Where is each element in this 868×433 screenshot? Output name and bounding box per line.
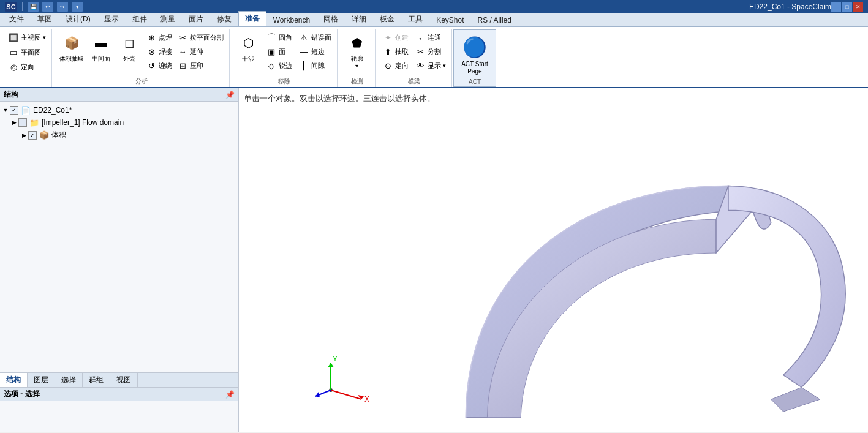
mid-surface-icon: ▬	[90, 32, 112, 54]
tab-repair[interactable]: 修复	[210, 12, 238, 26]
tab-structure[interactable]: 结构	[0, 373, 28, 387]
volume-extract-button[interactable]: 📦 体积抽取	[57, 31, 86, 64]
tab-mesh[interactable]: 网格	[317, 12, 345, 26]
options-pin-icon[interactable]: 📌	[225, 390, 235, 399]
tab-tools[interactable]: 工具	[401, 12, 429, 26]
weld-icon: ⊗	[146, 46, 157, 57]
tab-caogao[interactable]: 草图	[31, 12, 59, 26]
tab-layer[interactable]: 图层	[28, 373, 55, 387]
act-start-button[interactable]: 🔵 ACT StartPage	[458, 31, 492, 78]
main-view-icon: 🔲	[8, 32, 19, 43]
maximize-button[interactable]: □	[842, 2, 852, 12]
tree-toggle-root[interactable]: ▼	[1, 107, 10, 113]
ribbon-group-beam-content: ✦ 创建 ⬆ 抽取 ⊙ 定向 ⬩ 连通 ✂ 分割	[380, 31, 448, 77]
svg-line-1	[331, 390, 361, 399]
extend-label: 延伸	[190, 47, 203, 56]
error-face-button[interactable]: ⚠ 错误面	[296, 31, 333, 44]
tree-item-volume[interactable]: ▶ ✓ 📦 体积	[0, 129, 238, 141]
tree-item-impeller[interactable]: ▶ 📁 [Impeller_1] Flow domain	[0, 116, 238, 129]
show-button[interactable]: 👁 显示 ▾	[413, 59, 448, 72]
error-face-icon: ⚠	[298, 32, 309, 43]
app-icon: SC	[5, 2, 17, 12]
show-icon: 👁	[415, 60, 426, 71]
split-by-plane-label: 按平面分割	[190, 33, 224, 42]
extend-button[interactable]: ↔ 延伸	[175, 45, 225, 58]
tab-group[interactable]: 群组	[83, 373, 110, 387]
weld-button[interactable]: ⊗ 焊接	[144, 45, 174, 58]
fillet-button[interactable]: ⌒ 圆角	[264, 31, 294, 44]
tab-view[interactable]: 视图	[110, 373, 138, 387]
tree-label-impeller: [Impeller_1] Flow domain	[42, 118, 124, 127]
beam-split-button[interactable]: ✂ 分割	[413, 45, 448, 58]
tab-design[interactable]: 设计(D)	[59, 12, 97, 26]
connect-button[interactable]: ⬩ 连通	[413, 31, 448, 44]
tab-component[interactable]: 组件	[126, 12, 154, 26]
tab-sheetmetal[interactable]: 板金	[373, 12, 401, 26]
structure-panel: 结构 📌 ▼ ✓ 📄 ED22_Co1* ▶ 📁 [Impeller_1] Fl…	[0, 88, 238, 372]
tab-prepare[interactable]: 准备	[238, 11, 266, 26]
tab-workbench[interactable]: Workbench	[266, 13, 317, 26]
tab-measure[interactable]: 测量	[154, 12, 182, 26]
options-header-label: 选项 - 选择	[4, 389, 40, 399]
orient-label: 定向	[21, 62, 34, 72]
remove-small-col2: ⚠ 错误面 — 短边 ┃ 间隙	[296, 31, 333, 72]
short-edge-button[interactable]: — 短边	[296, 45, 333, 58]
face-button[interactable]: ▣ 面	[264, 45, 294, 58]
shell-icon: ◻	[118, 32, 140, 54]
beam-orient-button[interactable]: ⊙ 定向	[380, 59, 410, 72]
contour-button[interactable]: ⬟ 轮廓▾	[344, 31, 371, 71]
main-view-dropdown[interactable]: ▾	[43, 34, 46, 40]
split-by-plane-button[interactable]: ✂ 按平面分割	[175, 31, 225, 44]
tree-label-root: ED22_Co1*	[33, 106, 72, 115]
undo-icon[interactable]: ↩	[42, 2, 53, 12]
tree-toggle-volume[interactable]: ▶	[20, 132, 28, 138]
tree-checkbox-impeller[interactable]	[18, 118, 27, 127]
tree-toggle-impeller[interactable]: ▶	[10, 119, 18, 126]
ribbon-tabs: 文件 草图 设计(D) 显示 组件 测量 面片 修复 准备 Workbench …	[0, 13, 868, 27]
axes: X Y	[312, 356, 386, 407]
tree-checkbox-root[interactable]: ✓	[10, 106, 18, 115]
minimize-button[interactable]: ─	[831, 2, 841, 12]
spot-weld-button[interactable]: ⊕ 点焊	[144, 31, 174, 44]
tab-detail[interactable]: 详细	[345, 12, 373, 26]
close-button[interactable]: ✕	[853, 2, 863, 12]
gap-button[interactable]: ┃ 间隙	[296, 59, 333, 72]
plane-view-button[interactable]: ▭ 平面图	[6, 45, 48, 59]
tab-keyshot[interactable]: KeyShot	[429, 13, 470, 26]
wrap-button[interactable]: ↺ 缠绕	[144, 59, 174, 72]
sharp-edge-button[interactable]: ◇ 锐边	[264, 59, 294, 72]
imprint-button[interactable]: ⊞ 压印	[175, 59, 225, 72]
connect-label: 连通	[428, 33, 441, 42]
short-edge-label: 短边	[311, 47, 325, 56]
structure-pin-icon[interactable]: 📌	[225, 91, 235, 99]
extract-button[interactable]: ⬆ 抽取	[380, 45, 410, 58]
tree-checkbox-volume[interactable]: ✓	[28, 131, 37, 140]
viewport[interactable]: 单击一个对象。双击以选择环边。三连击以选择实体。	[239, 88, 868, 432]
tab-display[interactable]: 显示	[97, 12, 126, 26]
spot-weld-icon: ⊕	[146, 32, 157, 43]
fillet-label: 圆角	[279, 33, 292, 42]
window-controls: ─ □ ✕	[831, 2, 863, 12]
shell-button[interactable]: ◻ 外壳	[116, 31, 143, 64]
show-dropdown[interactable]: ▾	[443, 62, 446, 69]
analysis-small-col2: ✂ 按平面分割 ↔ 延伸 ⊞ 压印	[175, 31, 225, 72]
mid-surface-button[interactable]: ▬ 中间面	[88, 31, 115, 64]
tab-face[interactable]: 面片	[182, 12, 210, 26]
interference-button[interactable]: ⬡ 干涉	[235, 31, 262, 64]
tree-item-root[interactable]: ▼ ✓ 📄 ED22_Co1*	[0, 104, 238, 116]
ribbon-group-remove-label: 移除	[278, 77, 290, 87]
save-quick-icon[interactable]: 💾	[28, 2, 39, 12]
titlebar-title: ED22_Co1 - SpaceClaim	[83, 2, 831, 11]
dropdown-icon[interactable]: ▾	[72, 2, 83, 12]
main-view-button[interactable]: 🔲 主视图 ▾	[6, 31, 48, 44]
tab-file[interactable]: 文件	[2, 12, 31, 26]
create-button[interactable]: ✦ 创建	[380, 31, 410, 44]
tab-select[interactable]: 选择	[55, 373, 83, 387]
tab-rs-allied[interactable]: RS / Allied	[471, 13, 518, 26]
redo-icon[interactable]: ↪	[57, 2, 68, 12]
weld-label: 焊接	[159, 47, 172, 56]
orient-button[interactable]: ◎ 定向	[6, 60, 48, 73]
contour-icon: ⬟	[346, 32, 368, 54]
options-header: 选项 - 选择 📌	[0, 388, 238, 401]
ribbon-group-detect: ⬟ 轮廓▾ 检测	[339, 29, 376, 87]
